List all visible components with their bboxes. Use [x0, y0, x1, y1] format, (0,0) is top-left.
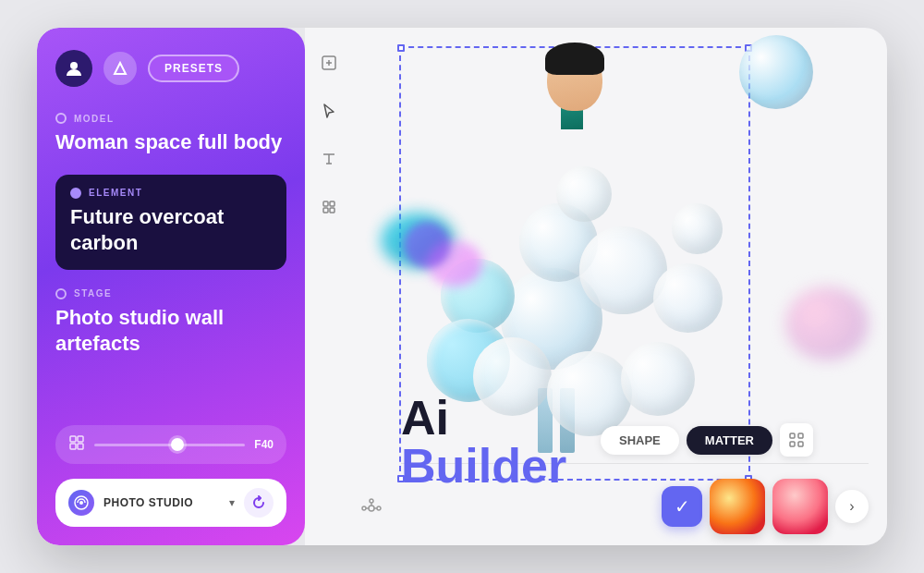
grid-view-button[interactable] — [780, 423, 813, 457]
svg-point-6 — [79, 501, 83, 505]
slider-track[interactable] — [94, 444, 245, 446]
svg-point-21 — [370, 499, 373, 503]
logo-button[interactable] — [55, 50, 92, 87]
model-section: MODEL Woman space full body — [55, 113, 286, 175]
thumbnail-1[interactable] — [710, 479, 765, 534]
element-value: Future overcoat carbon — [70, 204, 272, 257]
layers-icon — [68, 434, 85, 455]
shape-icon-btn[interactable] — [103, 52, 137, 85]
svg-point-17 — [362, 506, 366, 510]
sphere-bottom-right — [621, 342, 695, 416]
svg-rect-1 — [70, 436, 76, 442]
sidebar: PRESETS MODEL Woman space full body ELEM… — [37, 28, 305, 545]
sidebar-header: PRESETS — [55, 50, 286, 87]
tools-column — [305, 28, 353, 545]
sphere-far-right — [653, 263, 723, 333]
element-card[interactable]: ELEMENT Future overcoat carbon — [55, 175, 286, 270]
svg-rect-13 — [798, 433, 803, 438]
footer-label: PHOTO STUDIO — [103, 496, 220, 509]
chevron-down-icon[interactable]: ▾ — [229, 496, 235, 509]
footer-logo — [68, 490, 94, 516]
element-label: ELEMENT — [70, 188, 272, 199]
svg-rect-9 — [330, 201, 334, 206]
stage-label: STAGE — [55, 288, 286, 299]
svg-rect-3 — [70, 444, 76, 449]
thumbnail-strip: ✓ › — [662, 479, 869, 534]
builder-label: Builder — [401, 442, 566, 490]
sidebar-footer: PHOTO STUDIO ▾ — [55, 479, 286, 527]
ai-builder-text: Ai Builder — [401, 394, 566, 490]
matter-controls: SHAPE MATTER — [601, 423, 813, 457]
thumbnail-2[interactable] — [772, 479, 828, 534]
grid-tool-button[interactable] — [312, 190, 346, 224]
canvas-area[interactable]: Ai Builder SHAPE MATTER — [353, 28, 887, 545]
presets-button[interactable]: PRESETS — [148, 55, 239, 82]
add-tool-button[interactable] — [312, 46, 346, 79]
check-button[interactable]: ✓ — [662, 486, 702, 527]
svg-point-18 — [377, 506, 381, 510]
svg-rect-12 — [790, 433, 795, 438]
matter-button[interactable]: MATTER — [687, 426, 772, 455]
svg-point-0 — [70, 62, 78, 69]
model-value: Woman space full body — [55, 129, 286, 156]
handle-top-left[interactable] — [397, 44, 405, 52]
stage-value: Photo studio wall artefacts — [55, 305, 286, 358]
svg-rect-10 — [323, 208, 328, 213]
slider-section: F40 — [55, 425, 286, 464]
slider-value: F40 — [254, 438, 274, 451]
svg-rect-4 — [78, 444, 83, 449]
floating-sphere-top-right — [739, 35, 813, 109]
slider-row: F40 — [55, 425, 286, 464]
svg-rect-8 — [323, 201, 328, 206]
sphere-small-right-top — [672, 203, 723, 254]
svg-rect-14 — [790, 442, 795, 446]
ai-label: Ai — [401, 394, 566, 442]
svg-rect-2 — [78, 436, 83, 442]
node-icon[interactable] — [353, 490, 390, 527]
blob-violet — [404, 222, 450, 268]
cursor-tool-button[interactable] — [312, 94, 346, 128]
blurred-sphere-right — [785, 286, 869, 360]
svg-rect-11 — [330, 208, 334, 213]
sphere-small-top — [556, 166, 612, 222]
svg-rect-15 — [798, 442, 803, 446]
stage-section: STAGE Photo studio wall artefacts — [55, 288, 286, 376]
app-container: PRESETS MODEL Woman space full body ELEM… — [37, 28, 887, 545]
model-label: MODEL — [55, 113, 286, 124]
main-area: Ai Builder SHAPE MATTER — [305, 28, 887, 545]
next-thumbnail-button[interactable]: › — [835, 490, 869, 523]
model-hair — [545, 43, 604, 75]
shape-button[interactable]: SHAPE — [601, 426, 679, 455]
text-tool-button[interactable] — [312, 142, 346, 176]
slider-thumb — [171, 438, 184, 451]
refresh-button[interactable] — [244, 488, 274, 518]
svg-point-16 — [369, 506, 374, 511]
